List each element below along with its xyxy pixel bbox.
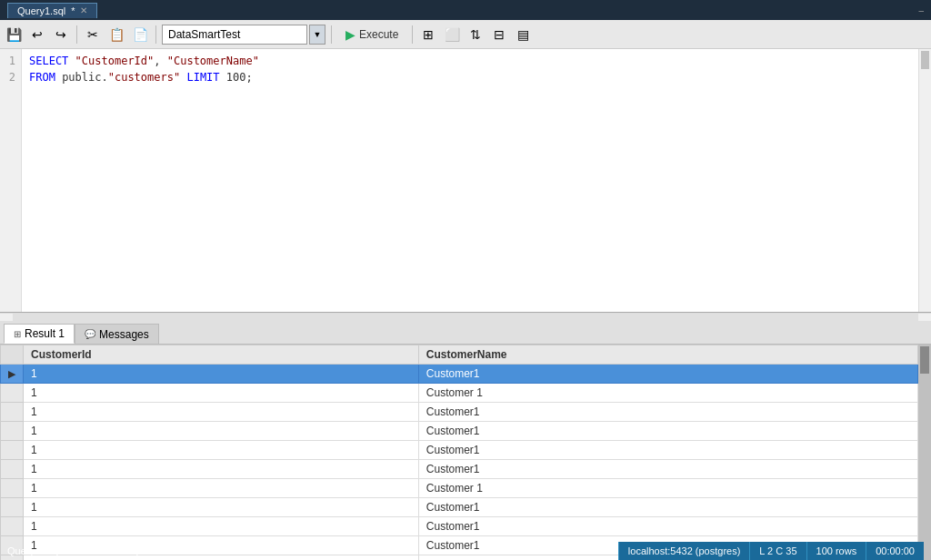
editor-vscrollbar[interactable] xyxy=(918,49,931,312)
status-time: 00:00:00 xyxy=(866,542,924,560)
col-indicator xyxy=(1,345,24,365)
results-area: ⊞ Result 1 💬 Messages CustomerId Custome… xyxy=(0,321,931,560)
export-button[interactable]: ⬜ xyxy=(442,25,462,45)
table-icon: ⊞ xyxy=(14,329,21,339)
toolbar-sep-2 xyxy=(155,25,156,44)
results-table: CustomerId CustomerName ▶ 1 Customer1 1 xyxy=(0,345,918,560)
result1-label: Result 1 xyxy=(25,327,65,340)
cell-id-9[interactable]: 1 xyxy=(24,517,419,536)
db-dropdown-arrow[interactable]: ▼ xyxy=(309,25,325,45)
table-row[interactable]: 1 Customer1 xyxy=(1,498,918,517)
tab-modified: * xyxy=(71,5,75,16)
cell-name-5[interactable]: Customer1 xyxy=(418,441,917,460)
window-controls[interactable]: – xyxy=(918,5,924,15)
status-position: L 2 C 35 xyxy=(749,542,806,560)
cell-id-8[interactable]: 1 xyxy=(24,498,419,517)
toolbar-sep-3 xyxy=(331,25,332,44)
cell-id-5[interactable]: 1 xyxy=(24,441,419,460)
status-right: localhost:5432 (postgres) L 2 C 35 100 r… xyxy=(618,542,924,560)
cell-name-7[interactable]: Customer 1 xyxy=(418,479,917,498)
editor-vscrollbar-thumb[interactable] xyxy=(921,51,929,69)
query-tab[interactable]: Query1.sql * ✕ xyxy=(7,3,97,18)
row-indicator-6 xyxy=(1,460,24,479)
row-indicator-4 xyxy=(1,422,24,441)
cell-id-3[interactable]: 1 xyxy=(24,403,419,422)
status-connection: localhost:5432 (postgres) xyxy=(618,542,750,560)
close-tab-button[interactable]: ✕ xyxy=(80,5,87,15)
more-button[interactable]: ▤ xyxy=(513,25,533,45)
col-customerid[interactable]: CustomerId xyxy=(24,345,419,365)
table-row[interactable]: 1 Customer 1 xyxy=(1,479,918,498)
tab-messages[interactable]: 💬 Messages xyxy=(75,324,159,344)
sql-content[interactable]: SELECT "CustomerId", "CustomerName" FROM… xyxy=(22,49,918,312)
table-row[interactable]: 1 Customer1 xyxy=(1,403,918,422)
grid-inner: CustomerId CustomerName ▶ 1 Customer1 1 xyxy=(0,345,918,560)
db-dropdown-input[interactable] xyxy=(162,25,307,45)
paste-button[interactable]: 📄 xyxy=(130,25,150,45)
row-indicator-3 xyxy=(1,403,24,422)
table-row[interactable]: ▶ 1 Customer1 xyxy=(1,365,918,384)
messages-label: Messages xyxy=(99,328,149,341)
main-content: 1 2 SELECT "CustomerId", "CustomerName" … xyxy=(0,49,931,542)
cell-id-4[interactable]: 1 xyxy=(24,422,419,441)
cell-name-6[interactable]: Customer1 xyxy=(418,460,917,479)
status-rows: 100 rows xyxy=(806,542,866,560)
row-indicator-9 xyxy=(1,517,24,536)
toolbar: 💾 ↩ ↪ ✂ 📋 📄 ▼ ▶ Execute ⊞ ⬜ ⇅ ⊟ ▤ xyxy=(0,20,931,49)
execute-play-icon: ▶ xyxy=(345,27,355,42)
results-tabs: ⊞ Result 1 💬 Messages xyxy=(0,321,931,345)
cell-id-2[interactable]: 1 xyxy=(24,384,419,403)
table-row[interactable]: 1 Customer1 xyxy=(1,422,918,441)
copy-button[interactable]: 📋 xyxy=(106,25,126,45)
results-vscrollbar[interactable] xyxy=(918,345,931,560)
toolbar-sep-4 xyxy=(412,25,413,44)
save-button[interactable]: 💾 xyxy=(4,25,24,45)
row-indicator-1: ▶ xyxy=(1,365,24,384)
editor-hscrollbar[interactable] xyxy=(0,313,931,321)
title-bar: Query1.sql * ✕ – xyxy=(0,0,931,20)
cut-button[interactable]: ✂ xyxy=(83,25,103,45)
cell-id-7[interactable]: 1 xyxy=(24,479,419,498)
table-row[interactable]: 1 Customer1 xyxy=(1,460,918,479)
editor-hscrollbar-track[interactable] xyxy=(13,314,918,321)
status-message: Query completed successfully. xyxy=(7,545,618,556)
filter-button[interactable]: ⊟ xyxy=(489,25,509,45)
line-num-2: 2 xyxy=(5,69,15,85)
table-row[interactable]: 1 Customer1 xyxy=(1,441,918,460)
row-indicator-2 xyxy=(1,384,24,403)
cell-name-8[interactable]: Customer1 xyxy=(418,498,917,517)
results-vscrollbar-thumb[interactable] xyxy=(920,346,929,374)
line-num-1: 1 xyxy=(5,53,15,69)
execute-label: Execute xyxy=(359,28,398,41)
col-customername[interactable]: CustomerName xyxy=(418,345,917,365)
cell-name-3[interactable]: Customer1 xyxy=(418,403,917,422)
row-indicator-7 xyxy=(1,479,24,498)
cell-name-2[interactable]: Customer 1 xyxy=(418,384,917,403)
cell-name-1[interactable]: Customer1 xyxy=(418,365,917,384)
grid-header: CustomerId CustomerName xyxy=(1,345,918,365)
row-indicator-5 xyxy=(1,441,24,460)
window-minimize[interactable]: – xyxy=(918,5,924,15)
table-row[interactable]: 1 Customer1 xyxy=(1,517,918,536)
line-numbers: 1 2 xyxy=(0,49,22,312)
db-selector: ▼ xyxy=(162,25,325,45)
toolbar-sep-1 xyxy=(76,25,77,44)
undo-button[interactable]: ↩ xyxy=(27,25,47,45)
row-indicator-8 xyxy=(1,498,24,517)
grid-view-button[interactable]: ⊞ xyxy=(418,25,438,45)
cell-name-9[interactable]: Customer1 xyxy=(418,517,917,536)
cell-id-6[interactable]: 1 xyxy=(24,460,419,479)
sql-editor[interactable]: 1 2 SELECT "CustomerId", "CustomerName" … xyxy=(0,49,931,313)
message-icon: 💬 xyxy=(85,329,95,339)
tab-title: Query1.sql xyxy=(17,5,65,16)
execute-button[interactable]: ▶ Execute xyxy=(337,24,406,45)
redo-button[interactable]: ↪ xyxy=(51,25,71,45)
grid-scroll-container: CustomerId CustomerName ▶ 1 Customer1 1 xyxy=(0,345,931,560)
sort-button[interactable]: ⇅ xyxy=(466,25,486,45)
tab-result1[interactable]: ⊞ Result 1 xyxy=(4,324,75,344)
cell-id-1[interactable]: 1 xyxy=(24,365,419,384)
cell-name-4[interactable]: Customer1 xyxy=(418,422,917,441)
table-row[interactable]: 1 Customer 1 xyxy=(1,384,918,403)
grid-body: ▶ 1 Customer1 1 Customer 1 1 Custo xyxy=(1,365,918,561)
